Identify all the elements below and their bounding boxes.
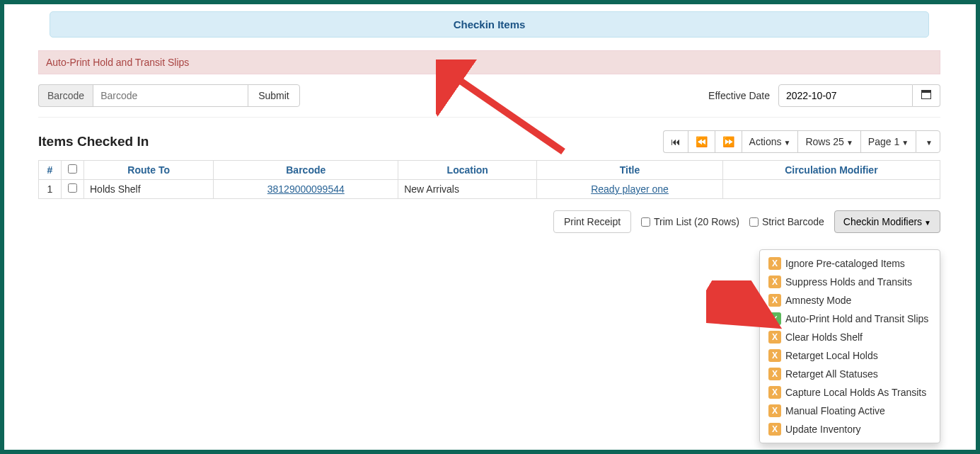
divider (38, 117, 940, 118)
print-receipt-button[interactable]: Print Receipt (553, 210, 631, 233)
modifier-item[interactable]: XAmnesty Mode (760, 291, 940, 310)
col-title[interactable]: Title (537, 161, 722, 180)
x-icon: X (768, 423, 781, 436)
first-page-button[interactable]: ⏮ (663, 130, 688, 153)
modifier-label: Suppress Holds and Transits (785, 275, 912, 289)
grid-settings-dropdown[interactable]: ▼ (916, 130, 940, 153)
col-barcode[interactable]: Barcode (214, 161, 398, 180)
actions-label: Actions (749, 136, 782, 147)
col-route-to[interactable]: Route To (84, 161, 214, 180)
prev-icon: ⏪ (696, 136, 708, 147)
modifier-label: Update Inventory (785, 422, 861, 436)
cell-barcode[interactable]: 38129000099544 (214, 180, 398, 199)
trim-list-option[interactable]: Trim List (20 Rows) (641, 216, 739, 227)
effective-date-label: Effective Date (708, 90, 770, 101)
rows-label: Rows 25 (805, 136, 843, 147)
chevron-down-icon: ▼ (926, 139, 933, 147)
cell-title[interactable]: Ready player one (537, 180, 722, 199)
next-icon: ⏩ (722, 136, 734, 147)
cell-circmod (722, 180, 940, 199)
checkin-modifiers-label: Checkin Modifiers (843, 216, 922, 227)
prev-page-button[interactable]: ⏪ (688, 130, 715, 153)
items-table: # Route To Barcode Location Title Circul… (38, 160, 940, 199)
strict-barcode-option[interactable]: Strict Barcode (749, 216, 824, 227)
rows-dropdown[interactable]: Rows 25▼ (797, 130, 860, 153)
active-modifier-alert: Auto-Print Hold and Transit Slips (38, 50, 940, 74)
x-icon: X (768, 331, 781, 344)
modifier-item[interactable]: XManual Floating Active (760, 402, 940, 420)
select-all-checkbox[interactable] (68, 164, 77, 174)
cell-location: New Arrivals (398, 180, 537, 199)
modifier-item[interactable]: ✓Auto-Print Hold and Transit Slips (760, 310, 940, 328)
modifier-label: Clear Holds Shelf (785, 330, 863, 344)
x-icon: X (768, 386, 781, 399)
page-dropdown[interactable]: Page 1▼ (860, 130, 916, 153)
page-label: Page 1 (868, 136, 899, 147)
submit-button[interactable]: Submit (248, 84, 300, 107)
barcode-label: Barcode (38, 84, 93, 107)
modifier-item[interactable]: XRetarget All Statuses (760, 365, 940, 383)
cell-select[interactable] (62, 180, 84, 199)
page-title-alert: Checkin Items (50, 11, 929, 38)
col-circmod[interactable]: Circulation Modifier (722, 161, 940, 180)
effective-date-input[interactable] (778, 84, 913, 107)
modifier-label: Capture Local Holds As Transits (785, 385, 926, 399)
first-icon: ⏮ (671, 136, 681, 147)
modifier-label: Retarget All Statuses (785, 367, 878, 381)
modifier-item[interactable]: XRetarget Local Holds (760, 346, 940, 365)
x-icon: X (768, 404, 781, 417)
modifier-item[interactable]: XIgnore Pre-cataloged Items (760, 254, 940, 273)
actions-dropdown[interactable]: Actions▼ (742, 130, 798, 153)
col-select-all[interactable] (62, 161, 84, 180)
chevron-down-icon: ▼ (784, 139, 791, 147)
trim-list-checkbox[interactable] (641, 217, 650, 227)
items-checked-in-heading: Items Checked In (38, 134, 149, 149)
modifier-label: Amnesty Mode (785, 293, 851, 307)
x-icon: X (768, 294, 781, 307)
chevron-down-icon: ▼ (901, 139, 909, 147)
calendar-icon (921, 90, 931, 101)
modifier-item[interactable]: XSuppress Holds and Transits (760, 273, 940, 291)
x-icon: X (768, 257, 781, 270)
checkin-modifiers-menu: XIgnore Pre-cataloged ItemsXSuppress Hol… (759, 249, 940, 443)
x-icon: X (768, 349, 781, 362)
modifier-item[interactable]: XCapture Local Holds As Transits (760, 383, 940, 402)
checkin-modifiers-dropdown[interactable]: Checkin Modifiers▼ (834, 210, 940, 233)
modifier-item[interactable]: XUpdate Inventory (760, 420, 940, 438)
calendar-button[interactable] (913, 84, 940, 107)
modifier-label: Retarget Local Holds (785, 348, 878, 363)
check-icon: ✓ (768, 312, 781, 325)
strict-barcode-label: Strict Barcode (762, 216, 824, 227)
next-page-button[interactable]: ⏩ (715, 130, 742, 153)
table-row[interactable]: 1Holds Shelf38129000099544New ArrivalsRe… (39, 180, 940, 199)
modifier-label: Ignore Pre-cataloged Items (785, 256, 905, 271)
modifier-label: Manual Floating Active (785, 404, 885, 418)
cell-route: Holds Shelf (84, 180, 214, 199)
x-icon: X (768, 276, 781, 288)
modifier-label: Auto-Print Hold and Transit Slips (785, 312, 928, 326)
row-select-checkbox[interactable] (68, 183, 77, 193)
x-icon: X (768, 368, 781, 380)
barcode-input[interactable] (93, 84, 248, 107)
strict-barcode-checkbox[interactable] (749, 217, 759, 227)
chevron-down-icon: ▼ (846, 139, 853, 147)
chevron-down-icon: ▼ (924, 219, 931, 227)
trim-list-label: Trim List (20 Rows) (654, 216, 739, 227)
cell-num: 1 (39, 180, 62, 199)
col-location[interactable]: Location (398, 161, 537, 180)
col-num[interactable]: # (39, 161, 62, 180)
modifier-item[interactable]: XClear Holds Shelf (760, 328, 940, 346)
